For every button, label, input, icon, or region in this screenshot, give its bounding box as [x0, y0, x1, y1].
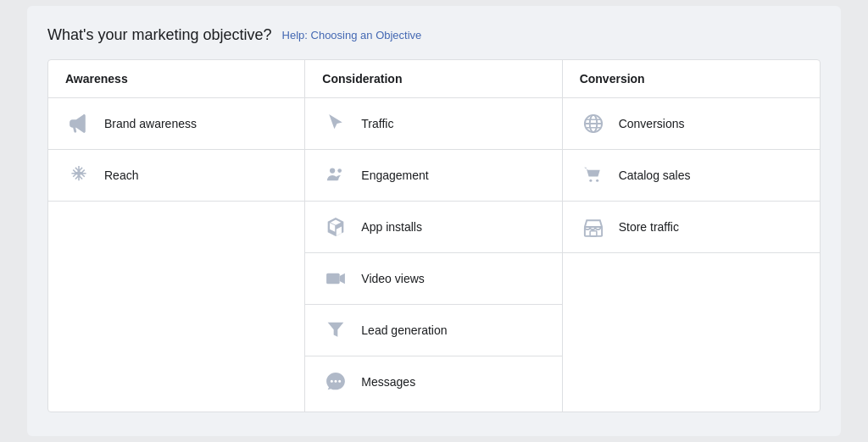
engagement-label: Engagement [361, 169, 428, 182]
objective-cell-brand-awareness[interactable]: Brand awareness [48, 98, 304, 150]
col-conversion: Conversions Catalog sales [563, 98, 820, 412]
col-consideration: Traffic Engagement [305, 98, 562, 412]
objective-cell-engagement[interactable]: Engagement [305, 150, 561, 202]
awareness-empty-1 [48, 202, 304, 254]
objective-cell-store-traffic[interactable]: Store traffic [563, 202, 820, 253]
video-icon [322, 265, 349, 292]
svg-point-1 [338, 169, 342, 173]
page-title: What's your marketing objective? [47, 26, 272, 44]
objective-cell-lead-generation[interactable]: Lead generation [305, 305, 561, 356]
col-header-conversion: Conversion [563, 60, 820, 97]
messages-label: Messages [361, 375, 415, 389]
box-icon [322, 213, 349, 240]
globe-icon [580, 110, 607, 137]
svg-point-9 [596, 180, 598, 182]
cart-icon [580, 162, 607, 189]
objective-cell-reach[interactable]: Reach [48, 150, 304, 202]
app-installs-label: App installs [361, 220, 422, 234]
objective-cell-video-views[interactable]: Video views [305, 253, 561, 305]
traffic-label: Traffic [361, 117, 393, 130]
reach-label: Reach [104, 169, 138, 182]
page-container: What's your marketing objective? Help: C… [27, 6, 841, 436]
conversion-empty-2 [563, 306, 820, 358]
col-header-consideration: Consideration [305, 60, 562, 97]
awareness-empty-3 [48, 307, 304, 359]
objectives-table: Awareness Consideration Conversion Brand… [47, 59, 821, 412]
conversion-empty-3 [563, 358, 820, 411]
people-icon [322, 162, 349, 189]
svg-point-0 [330, 168, 335, 173]
funnel-icon [322, 317, 349, 344]
megaphone-icon [65, 110, 92, 137]
objective-cell-messages[interactable]: Messages [305, 356, 561, 407]
conversions-label: Conversions [619, 117, 685, 130]
chat-icon [322, 368, 349, 395]
objective-cell-app-installs[interactable]: App installs [305, 202, 561, 253]
conversion-empty-1 [563, 253, 820, 306]
table-header-row: Awareness Consideration Conversion [48, 60, 820, 98]
svg-point-8 [589, 180, 592, 182]
snowflake-icon [65, 162, 92, 189]
awareness-empty-2 [48, 254, 304, 307]
cursor-icon [322, 110, 349, 137]
awareness-empty-4 [48, 359, 304, 412]
table-body: Brand awareness Reach [48, 98, 820, 412]
col-header-awareness: Awareness [48, 60, 305, 97]
col-awareness: Brand awareness Reach [48, 98, 305, 412]
objective-cell-traffic[interactable]: Traffic [305, 98, 561, 150]
help-link[interactable]: Help: Choosing an Objective [282, 29, 422, 41]
objective-cell-conversions[interactable]: Conversions [563, 98, 820, 150]
catalog-sales-label: Catalog sales [619, 169, 691, 182]
lead-generation-label: Lead generation [361, 323, 447, 337]
store-traffic-label: Store traffic [619, 220, 679, 234]
objective-cell-catalog-sales[interactable]: Catalog sales [563, 150, 820, 202]
svg-rect-2 [326, 273, 340, 284]
video-views-label: Video views [361, 272, 424, 285]
brand-awareness-label: Brand awareness [104, 117, 197, 130]
page-header: What's your marketing objective? Help: C… [47, 26, 821, 44]
svg-rect-10 [585, 227, 602, 236]
store-icon [580, 213, 607, 240]
